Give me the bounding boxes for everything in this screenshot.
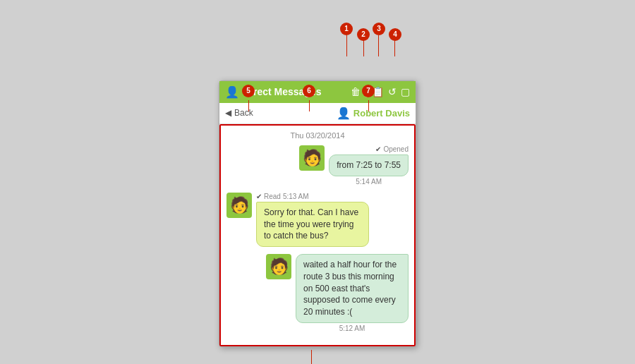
badge-3: 3 <box>373 23 385 35</box>
window-button[interactable]: ▢ <box>401 86 410 97</box>
badge-7: 7 <box>362 85 375 97</box>
message-1: ✔ Opened from 7:25 to 7:55 5:14 AM 🧑 <box>226 145 409 186</box>
header-title: Direct Messages <box>243 86 346 97</box>
bubble-3: waited a half hour for the route 3 bus t… <box>296 254 409 323</box>
badge-2: 2 <box>357 28 370 41</box>
bubble-1: from 7:25 to 7:55 <box>329 154 409 176</box>
header-actions: 🗑 | 📋 ↺ ▢ <box>351 86 410 97</box>
message-2: 🧑 ✔ Read 5:13 AM Sorry for that. Can I h… <box>226 193 409 247</box>
bubble-2: Sorry for that. Can I have the time you … <box>256 202 369 247</box>
app-window: 👤 Direct Messages 🗑 | 📋 ↺ ▢ ◀ Back 👤 Rob… <box>219 80 416 347</box>
badge-1: 1 <box>340 23 353 35</box>
badge-6: 6 <box>303 85 315 97</box>
back-button[interactable]: Back <box>234 108 253 118</box>
refresh-button[interactable]: ↺ <box>388 86 397 97</box>
back-arrow-icon: ◀ <box>225 108 231 118</box>
chat-area: Thu 03/20/2014 ✔ Opened from 7:25 to 7:5… <box>219 124 416 346</box>
avatar-1: 🧑 <box>299 145 325 171</box>
badge-5: 5 <box>242 85 255 97</box>
avatar-2: 🧑 <box>226 193 252 218</box>
contact-name: Robert Davis <box>353 108 410 119</box>
msg-2-status: ✔ Read 5:13 AM <box>256 193 369 200</box>
msg-1-status: ✔ Opened <box>375 145 409 153</box>
user-icon: 👤 <box>225 85 239 99</box>
date-divider: Thu 03/20/2014 <box>226 131 409 140</box>
contact-icon: 👤 <box>337 107 351 120</box>
message-3: waited a half hour for the route 3 bus t… <box>226 254 409 332</box>
msg-1-time: 5:14 AM <box>356 178 382 186</box>
delete-button[interactable]: 🗑 <box>351 86 361 97</box>
badge-4: 4 <box>389 28 401 41</box>
avatar-3: 🧑 <box>266 254 291 279</box>
msg-3-time: 5:12 AM <box>339 324 365 332</box>
